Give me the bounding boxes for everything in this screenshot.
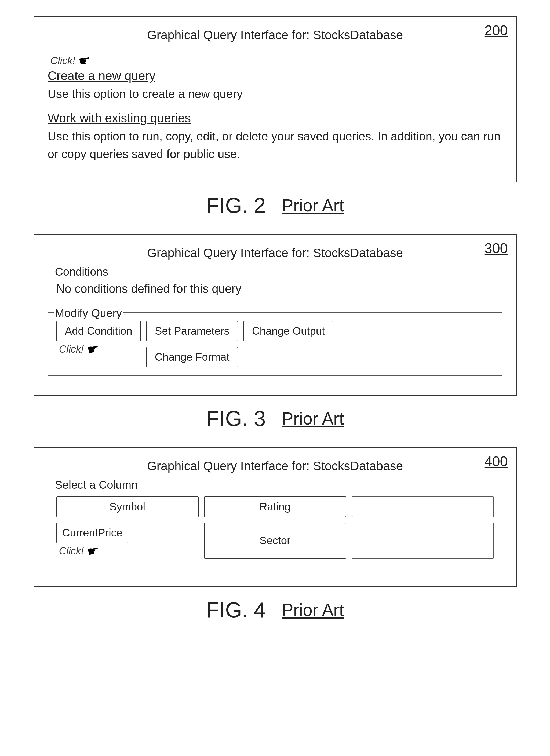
create-click-row: Click! ☛: [48, 53, 502, 68]
conditions-text: No conditions defined for this query: [56, 279, 494, 295]
select-legend: Select a Column: [54, 479, 139, 491]
empty-button-2: [352, 523, 494, 559]
conditions-legend: Conditions: [54, 265, 110, 278]
figure-4-caption: FIG. 4 Prior Art: [34, 598, 517, 622]
figure-2-container: 200 Graphical Query Interface for: Stock…: [34, 16, 517, 218]
rating-button[interactable]: Rating: [204, 496, 346, 517]
work-existing-desc: Use this option to run, copy, edit, or d…: [48, 127, 502, 163]
fig4-cursor-icon: ☛: [86, 542, 101, 560]
sector-button[interactable]: Sector: [204, 523, 346, 559]
fig2-label: FIG. 2: [206, 193, 266, 218]
figure-4-box: 400 Graphical Query Interface for: Stock…: [34, 447, 517, 587]
modify-btn-row: Add Condition Click! ☛ Set Parameters Ch…: [56, 321, 494, 367]
change-output-group: Change Output: [243, 321, 333, 341]
fig4-click-row: Click! ☛: [56, 543, 100, 559]
figure-2-number: 200: [485, 22, 508, 38]
add-condition-button[interactable]: Add Condition: [56, 321, 141, 341]
conditions-group: Conditions No conditions defined for thi…: [48, 271, 502, 304]
work-existing-link[interactable]: Work with existing queries: [48, 111, 191, 125]
empty-button-1: [352, 496, 494, 517]
fig3-cursor-icon: ☛: [86, 341, 101, 358]
column-grid: Symbol Rating CurrentPrice Click! ☛ Sect…: [56, 492, 494, 559]
fig3-click-row: Click! ☛: [56, 341, 100, 357]
modify-legend: Modify Query: [54, 307, 123, 320]
figure-3-caption: FIG. 3 Prior Art: [34, 406, 517, 431]
figure-3-title: Graphical Query Interface for: StocksDat…: [48, 246, 502, 260]
set-parameters-group: Set Parameters Change Format: [146, 321, 238, 367]
fig4-label: FIG. 4: [206, 598, 266, 622]
figure-3-container: 300 Graphical Query Interface for: Stock…: [34, 234, 517, 431]
work-existing-section: Work with existing queries Use this opti…: [48, 111, 502, 163]
fig4-click-label: Click!: [59, 545, 84, 557]
figure-4-number: 400: [485, 453, 508, 469]
fig3-click-label: Click!: [59, 344, 84, 355]
change-output-button[interactable]: Change Output: [243, 321, 333, 341]
current-price-group: CurrentPrice Click! ☛: [56, 523, 199, 559]
select-column-group: Select a Column Symbol Rating CurrentPri…: [48, 484, 502, 567]
fig2-click-label: Click!: [50, 55, 75, 67]
figure-4-container: 400 Graphical Query Interface for: Stock…: [34, 447, 517, 622]
fig2-cursor-icon: ☛: [78, 52, 92, 70]
modify-query-group: Modify Query Add Condition Click! ☛ Set …: [48, 312, 502, 376]
create-query-desc: Use this option to create a new query: [48, 85, 502, 103]
create-query-link[interactable]: Create a new query: [48, 68, 155, 83]
figure-2-box: 200 Graphical Query Interface for: Stock…: [34, 16, 517, 182]
fig2-prior-art: Prior Art: [282, 196, 344, 216]
figure-4-title: Graphical Query Interface for: StocksDat…: [48, 459, 502, 473]
fig4-prior-art: Prior Art: [282, 600, 344, 620]
figure-2-title: Graphical Query Interface for: StocksDat…: [48, 28, 502, 42]
fig3-label: FIG. 3: [206, 406, 266, 431]
create-query-section: Click! ☛ Create a new query Use this opt…: [48, 53, 502, 103]
figure-3-box: 300 Graphical Query Interface for: Stock…: [34, 234, 517, 396]
change-format-button[interactable]: Change Format: [146, 347, 238, 367]
add-condition-group: Add Condition Click! ☛: [56, 321, 141, 357]
change-format-row: Change Format: [146, 347, 238, 367]
current-price-button[interactable]: CurrentPrice: [56, 523, 129, 543]
figure-2-caption: FIG. 2 Prior Art: [34, 193, 517, 218]
figure-3-number: 300: [485, 240, 508, 256]
fig3-prior-art: Prior Art: [282, 409, 344, 429]
symbol-button[interactable]: Symbol: [56, 496, 199, 517]
set-parameters-button[interactable]: Set Parameters: [146, 321, 238, 341]
